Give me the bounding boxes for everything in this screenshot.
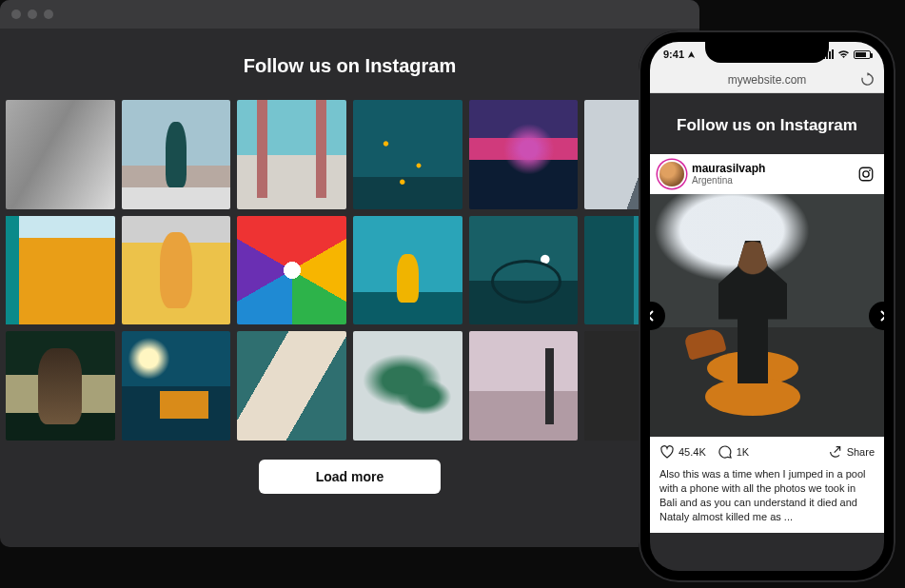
comment-button[interactable]: 1K [718,444,749,460]
grid-thumb[interactable] [122,216,231,325]
share-label: Share [847,446,875,458]
post-actions: 45.4K 1K Share [650,437,884,467]
grid-thumb[interactable] [353,331,462,441]
instagram-grid [6,100,694,441]
battery-icon [854,50,871,59]
post-header: maurasilvaph Argentina [650,154,884,194]
grid-thumb[interactable] [122,100,231,209]
username: maurasilvaph [692,163,765,175]
grid-thumb[interactable] [6,100,115,209]
status-time-text: 9:41 [663,49,684,60]
chevron-right-icon [878,310,884,322]
heart-icon [659,444,675,460]
grid-thumb[interactable] [122,331,231,441]
window-titlebar [0,0,699,29]
wifi-icon [837,49,850,59]
post-media-wrap [650,194,884,437]
mobile-heading: Follow us on Instagram [650,93,884,154]
comment-count: 1K [737,446,749,458]
status-time: 9:41 [663,49,696,60]
share-button[interactable]: Share [828,444,875,460]
grid-thumb[interactable] [469,100,579,209]
user-location: Argentina [692,175,765,186]
post-card: maurasilvaph Argentina [650,154,884,533]
phone-frame: 9:41 mywebsite.com Follow us on Instagra… [639,30,895,582]
url-bar[interactable]: mywebsite.com [650,67,884,93]
svg-point-1 [863,171,869,177]
location-icon [687,50,696,59]
user-block[interactable]: maurasilvaph Argentina [692,163,765,186]
status-right [823,49,871,59]
url-text: mywebsite.com [728,73,807,87]
avatar[interactable] [659,162,684,186]
window-dot-min[interactable] [28,10,37,19]
share-icon [828,444,843,460]
chevron-left-icon [650,310,656,322]
like-button[interactable]: 45.4K [659,444,706,460]
phone-screen: 9:41 mywebsite.com Follow us on Instagra… [650,42,884,571]
grid-thumb[interactable] [6,331,115,441]
load-more-button[interactable]: Load more [259,460,442,494]
post-photo[interactable] [650,194,884,437]
grid-thumb[interactable] [469,216,579,325]
page-content: Follow us on Instagram Load more [0,29,699,509]
like-count: 45.4K [679,446,706,458]
page-title: Follow us on Instagram [6,55,694,77]
comment-icon [718,444,733,460]
window-dot-close[interactable] [11,10,21,19]
grid-thumb[interactable] [469,331,579,441]
window-dot-max[interactable] [44,10,53,19]
grid-thumb[interactable] [6,216,115,325]
grid-thumb[interactable] [237,100,346,209]
grid-thumb[interactable] [237,331,346,441]
grid-thumb[interactable] [237,216,346,325]
post-caption: Also this was a time when I jumped in a … [650,467,884,533]
svg-rect-0 [859,167,873,181]
grid-thumb[interactable] [353,216,462,325]
svg-point-2 [869,169,871,171]
browser-window: Follow us on Instagram Load more [0,0,699,547]
grid-thumb[interactable] [353,100,462,209]
reload-icon[interactable] [860,72,875,87]
instagram-icon[interactable] [857,166,875,183]
phone-notch [705,42,829,63]
photo-detail [683,326,726,360]
